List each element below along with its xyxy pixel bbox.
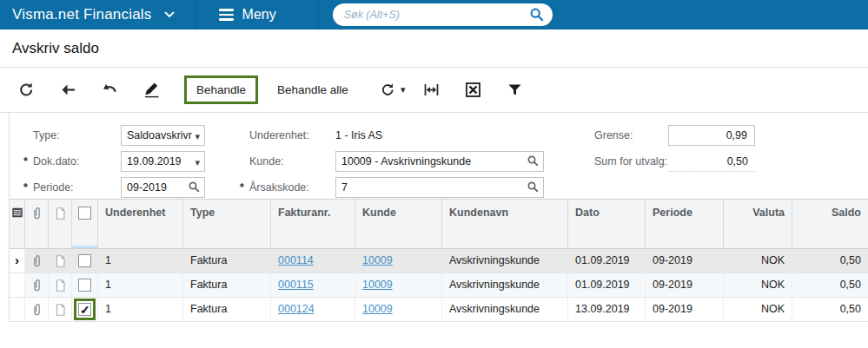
search-input[interactable]	[344, 9, 527, 21]
paperclip-icon[interactable]	[25, 298, 49, 322]
cell-type: Faktura	[183, 298, 271, 322]
cell-dato: 13.09.2019	[568, 298, 646, 322]
row-checkbox[interactable]	[78, 303, 91, 316]
dok-dato-field[interactable]: 19.09.2019 ▾	[121, 151, 205, 172]
required-mark: *	[240, 177, 249, 198]
cell-underenhet: 1	[98, 273, 183, 298]
cell-type: Faktura	[183, 273, 271, 298]
required-mark: *	[23, 177, 33, 198]
periode-label: *Periode:	[23, 177, 74, 198]
column-header-fakturanr[interactable]: Fakturanr.	[271, 200, 355, 249]
cell-type: Faktura	[183, 249, 271, 273]
kunde-field[interactable]: 10009 - Avskrivningskunde	[335, 151, 544, 172]
note-icon[interactable]	[49, 249, 72, 273]
edit-pencil-icon[interactable]	[142, 81, 161, 99]
menu-label: Meny	[242, 7, 276, 23]
fakturanr-link[interactable]: 000114	[278, 254, 314, 266]
lookup-icon[interactable]	[527, 181, 540, 194]
arsakskode-field[interactable]: 7	[335, 177, 544, 198]
grid-header-row: Underenhet Type Fakturanr. Kunde Kundena…	[10, 200, 868, 249]
behandle-alle-button[interactable]: Behandle alle	[272, 80, 354, 100]
filter-button[interactable]	[506, 81, 524, 99]
periode-field[interactable]: 09-2019	[121, 177, 205, 198]
note-icon[interactable]	[49, 298, 72, 322]
cell-kundenavn: Avskrivningskunde	[442, 249, 568, 273]
kunde-link[interactable]: 10009	[362, 303, 393, 315]
cell-valuta: NOK	[724, 273, 792, 298]
undo-icon[interactable]	[101, 81, 119, 99]
kunde-label: Kunde:	[240, 151, 284, 172]
app-title: Visma.net Financials	[12, 6, 152, 23]
row-checkbox[interactable]	[78, 254, 91, 267]
column-header-valuta[interactable]: Valuta	[724, 200, 792, 249]
grid-refresh-dropdown[interactable]: ▾	[380, 82, 406, 98]
refresh-button[interactable]	[17, 81, 36, 99]
table-row[interactable]: › 1 Faktura 000114 10009 Avskrivningskun…	[10, 249, 868, 273]
column-header-kunde[interactable]: Kunde	[355, 200, 442, 249]
cell-dato: 01.09.2019	[568, 273, 646, 298]
filter-panel: Type: Saldoavskrivr ▾ *Dok.dato: 19.09.2…	[9, 113, 868, 199]
column-header-periode[interactable]: Periode	[646, 200, 724, 249]
sum-for-utvalg-label: Sum for utvalg:	[585, 151, 667, 172]
chevron-down-icon	[164, 11, 175, 18]
notes-column-header[interactable]	[49, 200, 72, 249]
underenhet-value: 1 - Iris AS	[335, 125, 382, 146]
checkbox-annotation-box	[74, 299, 96, 320]
cell-saldo: 0,50	[792, 273, 868, 298]
search-icon[interactable]	[529, 7, 545, 23]
menu-button[interactable]: Meny	[196, 0, 318, 30]
results-grid: Underenhet Type Fakturanr. Kunde Kundena…	[9, 199, 868, 322]
note-icon[interactable]	[49, 273, 72, 298]
underenhet-label: Underenhet:	[240, 125, 309, 146]
column-header-type[interactable]: Type	[183, 200, 271, 249]
cell-underenhet: 1	[98, 298, 183, 322]
cell-saldo: 0,50	[792, 249, 868, 273]
table-row[interactable]: 1 Faktura 000115 10009 Avskrivningskunde…	[10, 273, 868, 298]
chevron-down-icon[interactable]: ▾	[195, 153, 200, 172]
column-header-kundenavn[interactable]: Kundenavn	[442, 200, 568, 249]
chevron-down-icon: ▾	[401, 84, 406, 95]
cell-saldo: 0,50	[792, 298, 868, 322]
page-content: Type: Saldoavskrivr ▾ *Dok.dato: 19.09.2…	[9, 113, 868, 322]
row-checkbox[interactable]	[78, 279, 91, 292]
cell-kundenavn: Avskrivningskunde	[442, 298, 568, 322]
behandle-button[interactable]: Behandle	[189, 80, 254, 100]
app-switcher[interactable]: Visma.net Financials	[0, 0, 195, 30]
attachments-column-header[interactable]	[25, 200, 49, 249]
fit-width-button[interactable]	[422, 81, 441, 99]
sum-for-utvalg-value: 0,50	[668, 151, 755, 172]
topbar-divider	[318, 0, 319, 30]
cell-dato: 01.09.2019	[568, 249, 646, 273]
row-pointer: ›	[10, 249, 25, 273]
arsakskode-label: *Årsakskode:	[240, 177, 309, 198]
fakturanr-link[interactable]: 000124	[278, 303, 315, 315]
select-all-checkbox[interactable]	[72, 200, 98, 249]
paperclip-icon[interactable]	[25, 273, 49, 298]
column-header-saldo[interactable]: Saldo	[792, 200, 868, 249]
cell-underenhet: 1	[98, 249, 183, 273]
kunde-link[interactable]: 10009	[362, 254, 393, 266]
back-button[interactable]	[59, 81, 77, 99]
column-header-dato[interactable]: Dato	[568, 200, 646, 249]
grid-settings-icon[interactable]	[10, 200, 25, 249]
table-row[interactable]: 1 Faktura 000124 10009 Avskrivningskunde…	[10, 298, 868, 322]
kunde-link[interactable]: 10009	[362, 279, 393, 291]
behandle-annotation-box: Behandle	[184, 76, 258, 104]
grense-label: Grense:	[585, 125, 633, 146]
global-search[interactable]	[333, 3, 553, 26]
toolbar: Behandle Behandle alle ▾	[0, 68, 868, 113]
lookup-icon[interactable]	[527, 154, 540, 167]
export-to-excel-button[interactable]	[464, 81, 482, 99]
hamburger-icon	[219, 9, 234, 21]
type-select[interactable]: Saldoavskrivr ▾	[121, 125, 205, 146]
top-navigation-bar: Visma.net Financials Meny	[0, 0, 868, 30]
header-checkbox[interactable]	[78, 207, 91, 220]
column-header-underenhet[interactable]: Underenhet	[98, 200, 183, 249]
page-title: Avskriv saldo	[12, 40, 99, 57]
paperclip-icon[interactable]	[25, 249, 49, 273]
lookup-icon[interactable]	[188, 181, 201, 194]
fakturanr-link[interactable]: 000115	[278, 279, 314, 291]
chevron-down-icon[interactable]: ▾	[195, 127, 200, 146]
cell-valuta: NOK	[724, 249, 792, 273]
grense-input[interactable]: 0,99	[668, 125, 755, 146]
